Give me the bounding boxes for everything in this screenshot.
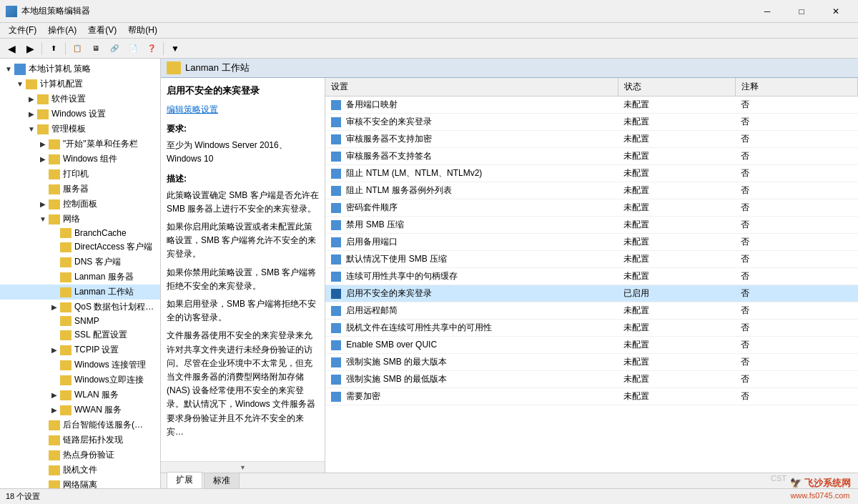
- tree-link-layer[interactable]: 链路层拓扑发现: [0, 433, 160, 448]
- tree-dns-client[interactable]: DNS 客户端: [0, 255, 160, 270]
- tree-at-toggle[interactable]: ▼: [26, 125, 37, 133]
- table-row[interactable]: 连续可用性共享中的句柄缓存 未配置 否: [325, 268, 858, 285]
- properties-btn[interactable]: 📄: [124, 41, 142, 56]
- tree-control-panel[interactable]: ▶ 控制面板: [0, 197, 160, 212]
- tree-wlan[interactable]: ▶ WLAN 服务: [0, 387, 160, 402]
- tree-server[interactable]: 服务器: [0, 182, 160, 197]
- tree-ni-label: 网络隔离: [63, 479, 97, 488]
- table-row[interactable]: 审核不安全的来宾登录 未配置 否: [325, 114, 858, 131]
- policy-settings-link[interactable]: 编辑策略设置: [167, 104, 218, 114]
- table-row[interactable]: 默认情况下使用 SMB 压缩 未配置 否: [325, 251, 858, 268]
- tree-windows-settings[interactable]: ▶ Windows 设置: [0, 107, 160, 122]
- table-row[interactable]: 启用不安全的来宾登录 已启用 否: [325, 285, 858, 302]
- table-row[interactable]: 启用备用端口 未配置 否: [325, 234, 858, 251]
- table-row[interactable]: 需要加密 未配置 否: [325, 388, 858, 405]
- tree-hotspot-auth[interactable]: 热点身份验证: [0, 448, 160, 463]
- tree-tcp-toggle[interactable]: ▶: [49, 346, 60, 354]
- up-button[interactable]: ⬆: [45, 41, 62, 56]
- tree-software-settings[interactable]: ▶ 软件设置: [0, 92, 160, 107]
- row-icon: [331, 186, 341, 196]
- table-row[interactable]: 强制实施 SMB 的最低版本 未配置 否: [325, 371, 858, 388]
- table-row[interactable]: 密码套件顺序 未配置 否: [325, 199, 858, 217]
- menu-action[interactable]: 操作(A): [42, 23, 82, 38]
- table-row[interactable]: 备用端口映射 未配置 否: [325, 97, 858, 114]
- table-row[interactable]: 阻止 NTLM (LM、NTLM、NTLMv2) 未配置 否: [325, 165, 858, 182]
- tree-lanman-workstation[interactable]: Lanman 工作站: [0, 285, 160, 300]
- row-name: 备用端口映射: [325, 97, 618, 114]
- tree-admin-templates[interactable]: ▼ 管理模板: [0, 122, 160, 137]
- tree-tcp-icon: [60, 345, 72, 355]
- desc-scroll-down[interactable]: ▼: [161, 461, 325, 473]
- tree-direct-access[interactable]: DirectAccess 客户端: [0, 239, 160, 255]
- settings-table: 设置 状态 注释 备用端口映射 未配置 否 审核不安全的来宾登录 未配置 否 审: [325, 78, 858, 405]
- table-row[interactable]: Enable SMB over QUIC 未配置 否: [325, 337, 858, 354]
- tree-printer[interactable]: 打印机: [0, 167, 160, 182]
- help-btn[interactable]: ❓: [143, 41, 160, 56]
- tree-start-menu[interactable]: ▶ "开始"菜单和任务栏: [0, 137, 160, 152]
- tree-lanman-server[interactable]: Lanman 服务器: [0, 270, 160, 285]
- tab-standard[interactable]: 标准: [204, 473, 240, 488]
- tree-wc-toggle[interactable]: ▶: [37, 155, 49, 163]
- tree-wwan-toggle[interactable]: ▶: [49, 406, 60, 414]
- tree-root-toggle[interactable]: ▼: [3, 65, 14, 73]
- col-header-settings[interactable]: 设置: [325, 78, 618, 97]
- table-row[interactable]: 启用远程邮简 未配置 否: [325, 302, 858, 320]
- tree-wlan-toggle[interactable]: ▶: [49, 391, 60, 399]
- minimize-button[interactable]: ─: [751, 0, 784, 23]
- watermark-brand: 🦅 飞沙系统网 www.fs0745.com: [790, 477, 851, 500]
- table-row[interactable]: 阻止 NTLM 服务器例外列表 未配置 否: [325, 182, 858, 199]
- menu-help[interactable]: 帮助(H): [122, 23, 163, 38]
- back-button[interactable]: ◀: [3, 41, 20, 56]
- tree-qos[interactable]: ▶ QoS 数据包计划程…: [0, 300, 160, 315]
- tree-net-toggle[interactable]: ▼: [37, 215, 49, 223]
- menu-file[interactable]: 文件(F): [3, 23, 42, 38]
- tree-background-intelli[interactable]: 后台智能传送服务(…: [0, 417, 160, 433]
- table-row[interactable]: 审核服务器不支持签名 未配置 否: [325, 148, 858, 165]
- menu-view[interactable]: 查看(V): [82, 23, 122, 38]
- close-button[interactable]: ✕: [819, 0, 852, 23]
- tree-windows-hotspot[interactable]: Windows立即连接: [0, 372, 160, 387]
- settings-panel[interactable]: 设置 状态 注释 备用端口映射 未配置 否 审核不安全的来宾登录 未配置 否 审: [325, 78, 858, 473]
- table-row[interactable]: 强制实施 SMB 的最大版本 未配置 否: [325, 354, 858, 371]
- tree-qos-toggle[interactable]: ▶: [49, 303, 60, 311]
- tree-cp-toggle[interactable]: ▶: [37, 200, 49, 208]
- new-window-btn[interactable]: 🖥: [87, 41, 104, 56]
- filter-btn[interactable]: ▼: [167, 41, 184, 56]
- maximize-button[interactable]: □: [785, 0, 818, 23]
- col-header-status[interactable]: 状态: [618, 78, 735, 97]
- col-header-comment[interactable]: 注释: [735, 78, 857, 97]
- tab-expand[interactable]: 扩展: [167, 472, 202, 488]
- tree-at-icon: [37, 124, 49, 134]
- tree-ws-toggle[interactable]: ▶: [26, 110, 37, 118]
- row-name: 阻止 NTLM (LM、NTLM、NTLMv2): [325, 165, 618, 182]
- tree-snmp-label: SNMP: [74, 316, 99, 326]
- tree-ssl-config[interactable]: SSL 配置设置: [0, 327, 160, 342]
- window-title: 本地组策略编辑器: [21, 5, 90, 17]
- tree-offline-files[interactable]: 脱机文件: [0, 463, 160, 478]
- tree-windows-conn-mgr[interactable]: Windows 连接管理: [0, 357, 160, 372]
- tree-network-isolation[interactable]: 网络隔离: [0, 478, 160, 488]
- tree-root-item[interactable]: ▼ 本地计算机 策略: [0, 61, 160, 76]
- link-btn[interactable]: 🔗: [106, 41, 123, 56]
- show-hide-btn[interactable]: 📋: [69, 41, 86, 56]
- tree-snmp[interactable]: SNMP: [0, 315, 160, 327]
- desc-title: 启用不安全的来宾登录: [167, 84, 319, 99]
- tree-wwan[interactable]: ▶ WWAN 服务: [0, 402, 160, 417]
- tree-tcpip[interactable]: ▶ TCPIP 设置: [0, 342, 160, 357]
- table-row[interactable]: 审核服务器不支持加密 未配置 否: [325, 131, 858, 148]
- forward-button[interactable]: ▶: [21, 41, 39, 56]
- tree-windows-components[interactable]: ▶ Windows 组件: [0, 152, 160, 167]
- tree-qos-label: QoS 数据包计划程…: [74, 301, 154, 313]
- row-comment: 否: [735, 97, 857, 114]
- description-text1: 此策略设置确定 SMB 客户端是否允许在 SMB 服务器上进行不安全的来宾登录。: [167, 189, 319, 216]
- tree-comp-toggle[interactable]: ▼: [14, 80, 26, 88]
- tree-bi-icon: [49, 420, 60, 430]
- tree-sw-toggle[interactable]: ▶: [26, 95, 37, 103]
- tree-branch-cache[interactable]: BranchCache: [0, 227, 160, 239]
- tree-computer-config[interactable]: ▼ 计算机配置: [0, 76, 160, 92]
- tree-network[interactable]: ▼ 网络: [0, 212, 160, 227]
- table-row[interactable]: 脱机文件在连续可用性共享中的可用性 未配置 否: [325, 320, 858, 337]
- table-row[interactable]: 禁用 SMB 压缩 未配置 否: [325, 217, 858, 234]
- tree-sm-toggle[interactable]: ▶: [37, 140, 49, 148]
- watermark-cst: CST: [771, 474, 786, 483]
